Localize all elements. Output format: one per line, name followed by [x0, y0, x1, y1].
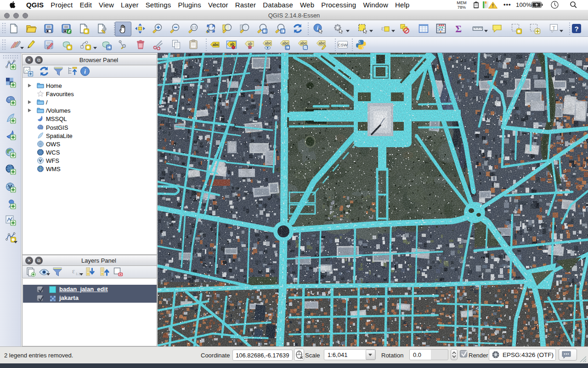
svg-text:!: ! [492, 3, 494, 8]
svg-text:T: T [552, 25, 555, 30]
svg-text:i: i [84, 68, 86, 75]
svg-text:1:1: 1:1 [192, 26, 197, 29]
svg-text:Σ: Σ [455, 23, 462, 34]
svg-text:abc: abc [265, 41, 271, 46]
svg-text:abc: abc [318, 41, 325, 46]
svg-text:ε: ε [381, 24, 384, 32]
svg-text:abc: abc [282, 41, 289, 46]
svg-text:abc: abc [212, 43, 219, 47]
svg-text:ε: ε [72, 268, 75, 275]
svg-text:?: ? [574, 25, 578, 33]
svg-text:abc: abc [300, 41, 307, 46]
svg-text:CSW: CSW [338, 43, 348, 47]
